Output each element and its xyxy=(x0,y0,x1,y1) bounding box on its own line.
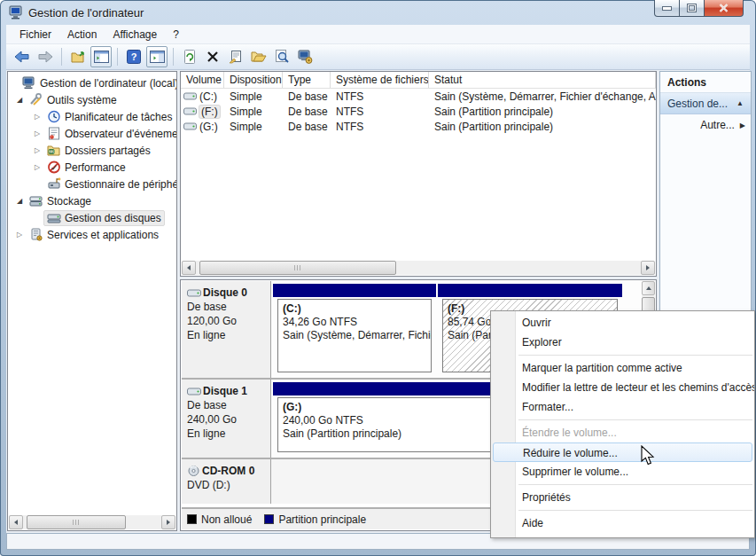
legend-unallocated: Non alloué xyxy=(187,513,252,526)
menu-item-proprietes[interactable]: Propriétés xyxy=(491,488,754,507)
column-header-fs[interactable]: Système de fichiers xyxy=(331,72,429,88)
volume-row-f[interactable]: (F:) Simple De base NTFS Sain (Partition… xyxy=(181,104,656,119)
cdrom-info[interactable]: CD-ROM 0 DVD (D:) xyxy=(182,459,271,504)
refresh-button[interactable] xyxy=(179,46,200,67)
column-header-statut[interactable]: Statut xyxy=(429,72,656,88)
tree-item-computer-management[interactable]: Gestion de l'ordinateur (local) xyxy=(8,74,176,91)
expander-collapsed-icon[interactable]: ▷ xyxy=(31,146,43,154)
menu-fichier[interactable]: Fichier xyxy=(12,27,59,43)
disk-type: De base xyxy=(187,300,267,314)
partition-color-bar xyxy=(273,284,436,297)
disk0-info[interactable]: Disque 0 De base 120,00 Go En ligne xyxy=(182,281,271,378)
restore-button[interactable] xyxy=(680,0,705,17)
tree-item-dossiers-partages[interactable]: ▷ 22 Dossiers partagés xyxy=(8,142,176,159)
column-header-volume[interactable]: Volume xyxy=(181,72,224,88)
menu-affichage[interactable]: Affichage xyxy=(105,27,165,43)
partition-c[interactable]: (C:) 34,26 Go NTFS Sain (Système, Démarr… xyxy=(273,281,436,378)
disk-name: Disque 0 xyxy=(203,286,247,300)
forward-button[interactable] xyxy=(35,46,56,67)
delete-icon xyxy=(207,51,219,63)
minimize-button[interactable] xyxy=(654,0,680,17)
volume-row-c[interactable]: (C:) Simple De base NTFS Sain (Système, … xyxy=(181,89,656,104)
scroll-up-button[interactable] xyxy=(642,281,655,295)
expander-collapsed-icon[interactable]: ▷ xyxy=(31,163,43,171)
action-pane-toggle-button[interactable] xyxy=(146,46,168,67)
delete-button[interactable] xyxy=(202,46,223,67)
tree-item-outils-systeme[interactable]: ◢ Outils système xyxy=(8,91,176,108)
menu-action[interactable]: Action xyxy=(59,27,105,43)
menu-item-modifier-lettre[interactable]: Modifier la lettre de lecteur et les che… xyxy=(491,378,754,397)
column-header-type[interactable]: Type xyxy=(283,72,331,88)
menu-item-reduire-volume[interactable]: Réduire le volume... xyxy=(493,442,752,462)
tree-item-gestionnaire-peripheriques[interactable]: Gestionnaire de périphé xyxy=(8,176,176,192)
tree-item-label: Gestionnaire de périphé xyxy=(65,178,177,191)
properties-button[interactable] xyxy=(225,46,246,67)
menu-item-ouvrir[interactable]: Ouvrir xyxy=(491,313,754,333)
minimize-icon xyxy=(663,7,671,10)
disk-name: Disque 1 xyxy=(203,384,247,398)
scroll-right-button[interactable] xyxy=(161,515,175,529)
expander-collapsed-icon[interactable]: ▷ xyxy=(13,231,26,239)
tree-item-stockage[interactable]: ◢ Stockage xyxy=(8,192,176,209)
menu-item-etendre-volume: Étendre le volume... xyxy=(491,423,754,442)
menu-aide[interactable]: ? xyxy=(165,27,187,43)
legend-primary-partition: Partition principale xyxy=(264,513,366,526)
computer-manage-button[interactable] xyxy=(294,46,316,67)
services-icon xyxy=(29,228,43,241)
volume-row-g[interactable]: (G:) Simple De base NTFS Sain (Partition… xyxy=(181,119,656,134)
tree-item-label: Services et applications xyxy=(47,229,159,241)
tree-item-performance[interactable]: ▷ Performance xyxy=(8,159,176,176)
scroll-left-button[interactable] xyxy=(182,261,196,275)
actions-section-disk-management[interactable]: Gestion de... ▲ xyxy=(660,93,751,114)
disk-status: En ligne xyxy=(187,328,267,342)
tree-item-services-applications[interactable]: ▷ Services et applications xyxy=(8,226,176,243)
tree-item-gestion-des-disques[interactable]: Gestion des disques xyxy=(8,209,176,226)
actions-item-more[interactable]: Autre... ▶ xyxy=(660,114,751,136)
tree-item-observateur[interactable]: ▷ ! Observateur d'événeme xyxy=(8,125,176,142)
column-header-disposition[interactable]: Disposition xyxy=(224,72,283,88)
scrollbar-thumb[interactable] xyxy=(199,261,396,275)
tree-horizontal-scrollbar[interactable] xyxy=(9,515,175,529)
expander-expanded-icon[interactable]: ◢ xyxy=(13,197,26,205)
submenu-arrow-icon: ▶ xyxy=(740,121,745,129)
expander-expanded-icon[interactable]: ◢ xyxy=(13,96,26,104)
tree-item-label: Dossiers partagés xyxy=(65,145,151,157)
disk1-info[interactable]: Disque 1 De base 240,00 Go En ligne xyxy=(182,380,271,458)
volume-horizontal-scrollbar[interactable] xyxy=(182,261,655,275)
close-icon xyxy=(719,4,729,12)
legend-label: Non alloué xyxy=(201,513,252,526)
disk-type: De base xyxy=(187,398,267,412)
device-manager-icon xyxy=(47,177,61,191)
tree-item-label: Gestion des disques xyxy=(65,212,161,224)
menu-separator xyxy=(518,484,752,485)
menu-separator xyxy=(518,510,752,511)
close-button[interactable] xyxy=(705,0,744,17)
menu-item-explorer[interactable]: Explorer xyxy=(491,333,754,352)
volume-table-header: Volume Disposition Type Système de fichi… xyxy=(181,72,656,89)
cd-rom-icon xyxy=(187,466,200,477)
collapse-arrow-icon[interactable]: ▲ xyxy=(737,99,744,107)
menu-item-marquer-active[interactable]: Marquer la partition comme active xyxy=(491,358,754,378)
partition-size: 34,26 Go NTFS xyxy=(283,316,426,329)
menu-item-formater[interactable]: Formater... xyxy=(491,397,754,417)
expander-collapsed-icon[interactable]: ▷ xyxy=(31,113,43,121)
console-tree-toggle-button[interactable] xyxy=(90,46,112,67)
volume-statut: Sain (Système, Démarrer, Fichier d'échan… xyxy=(429,90,656,103)
back-button[interactable] xyxy=(12,46,33,67)
search-button[interactable] xyxy=(271,46,292,67)
expander-collapsed-icon[interactable]: ▷ xyxy=(31,129,43,137)
scrollbar-thumb[interactable] xyxy=(27,515,126,529)
svg-text:22: 22 xyxy=(49,150,54,154)
open-folder-button[interactable] xyxy=(248,46,269,67)
window-title: Gestion de l'ordinateur xyxy=(28,6,144,20)
help-button[interactable]: ? xyxy=(123,46,144,67)
menu-item-aide[interactable]: Aide xyxy=(491,513,754,533)
title-bar[interactable]: Gestion de l'ordinateur xyxy=(0,0,756,25)
menu-item-supprimer-volume[interactable]: Supprimer le volume... xyxy=(491,462,754,482)
computer-management-window: Gestion de l'ordinateur Fichier Action A… xyxy=(0,0,756,556)
scroll-left-button[interactable] xyxy=(9,515,23,529)
export-list-button[interactable] xyxy=(67,46,89,67)
tree-item-planificateur[interactable]: ▷ Planificateur de tâches xyxy=(8,108,176,125)
volume-name: (C:) xyxy=(199,90,217,103)
scroll-right-button[interactable] xyxy=(641,261,655,275)
